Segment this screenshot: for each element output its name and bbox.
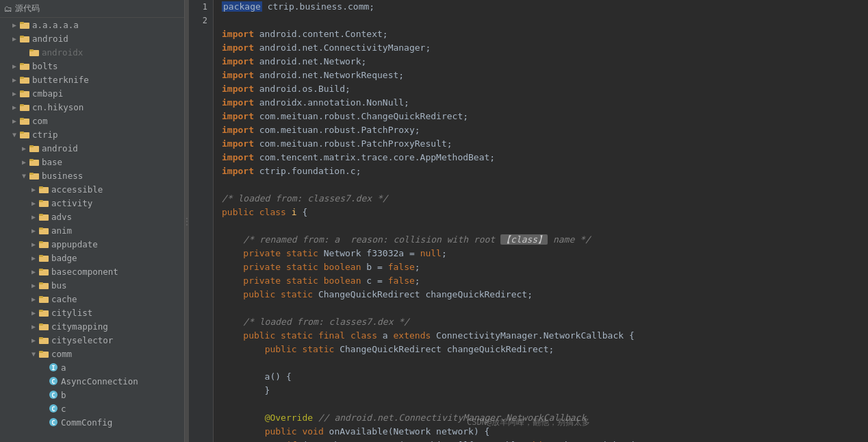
tree-item-label-androidx: androidx	[42, 47, 83, 58]
svg-rect-33	[39, 241, 43, 243]
arrow-advs[interactable]: ▶	[29, 213, 38, 221]
code-line-14	[222, 178, 860, 192]
tree-item-cityselector[interactable]: ▶ cityselector	[0, 333, 184, 347]
tree-item-ctrip_android[interactable]: ▶ android	[0, 141, 184, 155]
code-line-11: import com.meituan.robust.PatchProxyResu…	[222, 137, 860, 151]
code-area: package ctrip.business.comm;import andro…	[214, 0, 868, 442]
tree-item-label-cache: cache	[51, 294, 77, 304]
tree-item-label-com: com	[32, 116, 48, 126]
folder-icon	[38, 252, 49, 263]
tree-item-advs[interactable]: ▶ advs	[0, 210, 184, 223]
arrow-ctrip_base[interactable]: ▶	[19, 158, 29, 166]
arrow-accessible[interactable]: ▶	[29, 186, 38, 193]
tree-item-label-android: android	[32, 34, 68, 44]
folder-icon	[38, 293, 49, 304]
code-line-17	[222, 219, 860, 233]
arrow-bus[interactable]: ▶	[29, 282, 38, 289]
arrow-cn_hikyson[interactable]: ▶	[10, 103, 19, 111]
svg-rect-41	[39, 296, 43, 298]
tree-item-basecomponent[interactable]: ▶ basecomponent	[0, 265, 184, 278]
tree-item-citymapping[interactable]: ▶ citymapping	[0, 319, 184, 333]
tree-item-cn_hikyson[interactable]: ▶ cn.hikyson	[0, 100, 184, 114]
tree-item-bus[interactable]: ▶ bus	[0, 278, 184, 292]
arrow-citymapping[interactable]: ▶	[29, 323, 38, 330]
code-line-32: public void onAvailable(Network network)…	[222, 425, 860, 439]
interface-icon: I	[48, 362, 59, 373]
arrow-ctrip_android[interactable]: ▶	[19, 145, 29, 152]
tree-item-citylist[interactable]: ▶ citylist	[0, 306, 184, 319]
code-line-20: private static boolean b = false;	[222, 260, 860, 274]
tree-item-accessible[interactable]: ▶ accessible	[0, 182, 184, 196]
tree-item-label-aaaaaa: a.a.a.a.a	[32, 20, 79, 30]
arrow-activity[interactable]: ▶	[29, 199, 38, 207]
tree-item-label-comm_a: a	[61, 363, 66, 373]
tree-item-comm_a[interactable]: I a	[0, 360, 184, 374]
tree-item-anim[interactable]: ▶ anim	[0, 223, 184, 237]
arrow-ctrip[interactable]: ▼	[10, 131, 19, 138]
svg-rect-15	[20, 118, 24, 120]
svg-rect-3	[20, 36, 24, 38]
code-line-10: import com.meituan.robust.PatchProxy;	[222, 123, 860, 137]
tree-item-comm_b[interactable]: C b	[0, 388, 184, 402]
svg-rect-39	[39, 282, 43, 284]
svg-rect-13	[20, 104, 24, 106]
code-line-29: }	[222, 384, 860, 397]
code-line-3: import android.content.Context;	[222, 27, 860, 41]
folder-icon	[29, 143, 40, 154]
tree-item-ctrip[interactable]: ▼ ctrip	[0, 127, 184, 141]
arrow-ctrip_business[interactable]: ▼	[19, 172, 29, 180]
arrow-anim[interactable]: ▶	[29, 227, 38, 234]
tree-item-activity[interactable]: ▶ activity	[0, 196, 184, 210]
tree-item-ctrip_base[interactable]: ▶ base	[0, 155, 184, 169]
tree-item-cmbapi[interactable]: ▶ cmbapi	[0, 86, 184, 100]
tree-item-badge[interactable]: ▶ badge	[0, 251, 184, 265]
arrow-butterknife[interactable]: ▶	[10, 76, 19, 84]
arrow-cityselector[interactable]: ▶	[29, 336, 38, 344]
arrow-bolts[interactable]: ▶	[10, 62, 19, 70]
tree-item-cache[interactable]: ▶ cache	[0, 292, 184, 306]
code-line-31: @Override // android.net.ConnectivityMan…	[222, 411, 860, 425]
folder-icon	[19, 33, 30, 44]
tree-title: 源代码	[15, 3, 40, 14]
tree-item-com[interactable]: ▶ com	[0, 114, 184, 127]
file-tree-panel[interactable]: 🗂 源代码 ▶ a.a.a.a.a▶ android androidx▶ bol…	[0, 0, 185, 442]
arrow-android[interactable]: ▶	[10, 35, 19, 42]
tree-item-appupdate[interactable]: ▶ appupdate	[0, 237, 184, 251]
tree-item-ctrip_business[interactable]: ▼ business	[0, 169, 184, 182]
tree-item-comm[interactable]: ▼ comm	[0, 347, 184, 360]
tree-item-bolts[interactable]: ▶ bolts	[0, 59, 184, 73]
arrow-com[interactable]: ▶	[10, 117, 19, 125]
folder-icon	[38, 348, 49, 359]
tree-item-comm_async[interactable]: C AsyncConnection	[0, 374, 184, 388]
arrow-cmbapi[interactable]: ▶	[10, 90, 19, 97]
folder-icon	[29, 47, 40, 58]
tree-item-comm_config[interactable]: C CommConfig	[0, 415, 184, 429]
tree-item-androidx[interactable]: androidx	[0, 45, 184, 59]
svg-rect-11	[20, 90, 24, 93]
tree-item-android[interactable]: ▶ android	[0, 32, 184, 45]
tree-item-aaaaaa[interactable]: ▶ a.a.a.a.a	[0, 18, 184, 32]
code-line-18: /* renamed from: a reason: collision wit…	[222, 233, 860, 247]
java-class-icon: C	[48, 403, 59, 414]
arrow-basecomponent[interactable]: ▶	[29, 268, 38, 275]
svg-rect-1	[20, 22, 24, 24]
code-line-6: import android.net.NetworkRequest;	[222, 69, 860, 82]
tree-item-butterknife[interactable]: ▶ butterknife	[0, 73, 184, 86]
folder-icon	[38, 238, 49, 249]
arrow-citylist[interactable]: ▶	[29, 309, 38, 317]
arrow-appupdate[interactable]: ▶	[29, 241, 38, 248]
arrow-comm[interactable]: ▼	[29, 350, 38, 358]
arrow-aaaaaa[interactable]: ▶	[10, 21, 19, 29]
arrow-cache[interactable]: ▶	[29, 295, 38, 303]
svg-rect-17	[20, 132, 24, 134]
arrow-badge[interactable]: ▶	[29, 254, 38, 262]
svg-rect-25	[39, 186, 43, 188]
tree-item-label-appupdate: appupdate	[51, 239, 98, 249]
folder-icon	[19, 88, 30, 99]
tree-item-comm_c[interactable]: C c	[0, 402, 184, 415]
svg-rect-47	[39, 337, 43, 339]
code-line-16: public class i {	[222, 206, 860, 219]
folder-icon	[38, 184, 49, 195]
svg-text:C: C	[51, 419, 55, 426]
code-line-13: import ctrip.foundation.c;	[222, 164, 860, 178]
